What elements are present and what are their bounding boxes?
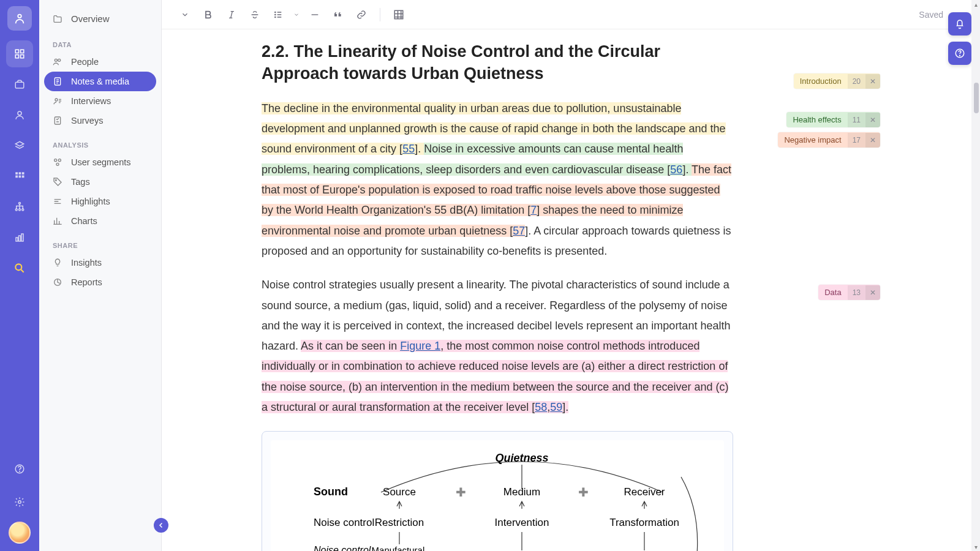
- sidebar-item-notes[interactable]: Notes & media: [44, 72, 156, 91]
- toolbar-bold[interactable]: [197, 5, 219, 24]
- scroll-down-icon[interactable]: ▾: [973, 544, 979, 550]
- tag-chip-data[interactable]: Data13✕: [818, 285, 880, 300]
- svg-point-31: [56, 163, 59, 165]
- sidebar-section-analysis: ANALYSIS: [44, 130, 156, 152]
- rail-dashboard[interactable]: [6, 40, 33, 67]
- sidebar-item-label: People: [71, 57, 99, 67]
- tag-row: Health effects11✕: [745, 112, 880, 127]
- toolbar-quote[interactable]: [327, 5, 349, 24]
- sidebar-item-interviews[interactable]: Interviews: [44, 91, 156, 111]
- tag-chip-health[interactable]: Health effects11✕: [786, 112, 880, 127]
- sidebar-item-segments[interactable]: User segments: [44, 152, 156, 172]
- sidebar-item-reports[interactable]: Reports: [44, 272, 156, 292]
- svg-text:✚: ✚: [456, 485, 466, 499]
- app-logo[interactable]: [7, 6, 32, 31]
- toolbar-list-dropdown[interactable]: [290, 5, 303, 24]
- sidebar-item-label: Insights: [71, 258, 102, 268]
- svg-rect-1: [15, 50, 18, 53]
- tag-remove[interactable]: ✕: [865, 113, 880, 127]
- rail-briefcase[interactable]: [6, 71, 33, 98]
- chevron-down-icon: [293, 12, 300, 18]
- scrollbar[interactable]: ▴ ▾: [971, 0, 980, 551]
- svg-rect-10: [15, 176, 18, 178]
- italic-icon: [227, 10, 236, 20]
- toolbar-hr[interactable]: [304, 5, 326, 24]
- sidebar-item-surveys[interactable]: Surveys: [44, 111, 156, 130]
- floating-actions: [948, 12, 971, 65]
- rail-person[interactable]: [6, 102, 33, 129]
- tag-chip-introduction[interactable]: Introduction20✕: [794, 73, 880, 89]
- tag-chip-negative[interactable]: Negative impact17✕: [778, 132, 880, 148]
- rail-tree[interactable]: [6, 193, 33, 220]
- toolbar-more[interactable]: [174, 5, 196, 24]
- toolbar-list[interactable]: [267, 5, 289, 24]
- ref-57[interactable]: 57: [513, 225, 525, 237]
- user-avatar[interactable]: [9, 522, 31, 544]
- main: Saved 2.2. The Linearity of Noise Contro…: [162, 0, 980, 551]
- reports-icon: [53, 277, 62, 287]
- doc-heading: 2.2. The Linearity of Noise Control and …: [262, 40, 733, 85]
- sidebar-overview[interactable]: Overview: [44, 7, 156, 30]
- help-button[interactable]: [948, 42, 971, 65]
- sidebar-item-label: Notes & media: [71, 77, 129, 86]
- ref-figure1[interactable]: Figure 1: [400, 340, 440, 352]
- toolbar-strike[interactable]: [244, 5, 266, 24]
- rail-search[interactable]: [6, 255, 33, 282]
- document-scroll[interactable]: 2.2. The Linearity of Noise Control and …: [162, 29, 980, 551]
- svg-rect-12: [22, 176, 24, 178]
- tag-remove[interactable]: ✕: [865, 74, 880, 89]
- ref-58[interactable]: 58: [535, 401, 547, 413]
- sidebar-item-people[interactable]: People: [44, 52, 156, 72]
- segments-icon: [53, 157, 62, 167]
- svg-rect-28: [55, 117, 60, 124]
- sidebar-item-label: Tags: [71, 177, 90, 187]
- rail-settings[interactable]: [6, 489, 33, 515]
- doc-paragraph-2: Noise control strategies usually present…: [262, 275, 733, 418]
- sidebar-item-charts[interactable]: Charts: [44, 211, 156, 231]
- tag-remove[interactable]: ✕: [865, 285, 880, 300]
- layers-icon: [14, 140, 25, 151]
- svg-rect-4: [21, 55, 24, 58]
- svg-point-24: [55, 59, 57, 61]
- sidebar-item-insights[interactable]: Insights: [44, 253, 156, 272]
- tree-icon: [14, 201, 25, 212]
- rail-layers[interactable]: [6, 132, 33, 159]
- rail-help[interactable]: [6, 455, 33, 482]
- chevron-down-icon: [181, 10, 189, 19]
- matrix-icon: [14, 171, 25, 182]
- toolbar-link[interactable]: [350, 5, 372, 24]
- toolbar-italic[interactable]: [221, 5, 243, 24]
- svg-text:Manufactural
              spe: Manufactural specifications & legislatio…: [366, 545, 432, 551]
- tag-remove[interactable]: ✕: [865, 133, 880, 148]
- sidebar-section-data: DATA: [44, 30, 156, 52]
- svg-rect-37: [394, 10, 403, 19]
- toolbar-table[interactable]: [388, 5, 410, 24]
- highlight-data[interactable]: As it can be seen in Figure 1, the most …: [262, 340, 728, 413]
- svg-text:Transformation: Transformation: [609, 517, 679, 528]
- scroll-up-icon[interactable]: ▴: [973, 1, 979, 7]
- svg-text:Noise control: Noise control: [314, 517, 374, 528]
- svg-rect-19: [21, 234, 23, 241]
- svg-rect-17: [16, 238, 18, 241]
- help-icon: [14, 463, 25, 474]
- svg-point-35: [275, 14, 276, 15]
- scrollbar-thumb[interactable]: [974, 83, 979, 113]
- rail-chart[interactable]: [6, 224, 33, 251]
- people-icon: [53, 57, 62, 67]
- ref-7[interactable]: 7: [530, 204, 537, 216]
- table-icon: [393, 9, 404, 20]
- rail-matrix[interactable]: [6, 163, 33, 190]
- sidebar-item-tags[interactable]: Tags: [44, 172, 156, 192]
- svg-point-29: [55, 159, 57, 162]
- quote-icon: [333, 10, 343, 20]
- ref-59[interactable]: 59: [550, 401, 562, 413]
- notifications-button[interactable]: [948, 12, 971, 36]
- svg-point-34: [275, 12, 276, 12]
- ref-56[interactable]: 56: [670, 163, 682, 176]
- svg-point-32: [55, 179, 56, 181]
- ref-55[interactable]: 55: [402, 143, 415, 155]
- logo-icon: [13, 12, 26, 25]
- insights-icon: [53, 258, 62, 268]
- sidebar-item-highlights[interactable]: Highlights: [44, 192, 156, 211]
- link-icon: [356, 10, 366, 20]
